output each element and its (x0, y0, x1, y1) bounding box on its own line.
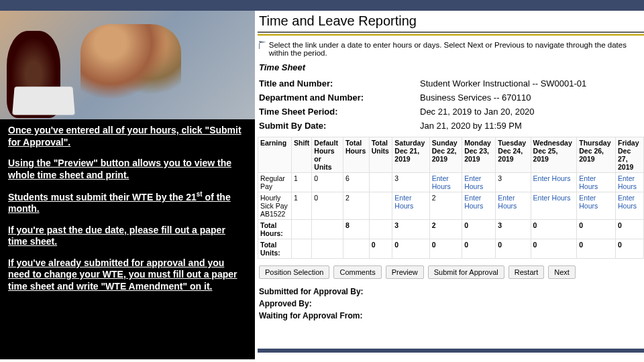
bottom-border (258, 349, 644, 353)
hint-text: Select the link under a date to enter ho… (269, 41, 643, 57)
total-cell: 2 (429, 220, 462, 239)
col-header: Shift (292, 137, 312, 173)
metadata-table: Title and Number:Student Worker Instruct… (258, 76, 633, 133)
meta-submit-value: Jan 21, 2020 by 11:59 PM (419, 119, 633, 133)
cell: 1 (292, 173, 312, 192)
total-label: Total Units: (258, 239, 292, 259)
position-selection-button[interactable]: Position Selection (259, 265, 329, 279)
hours-grid: EarningShiftDefault Hours or UnitsTotal … (258, 137, 644, 259)
enter-hours-link[interactable]: Enter Hours (462, 173, 496, 192)
col-header: Total Units (369, 137, 392, 173)
total-cell: 0 (462, 239, 496, 259)
timesheet-panel: Time and Leave Reporting Select the link… (258, 11, 644, 322)
total-cell: 0 (577, 239, 616, 259)
cell: 3 (496, 173, 531, 192)
enter-hours-link[interactable]: Enter Hours (531, 192, 577, 220)
table-row: Hourly Sick Pay AB1522102Enter Hours2Ent… (258, 192, 644, 220)
enter-hours-link[interactable]: Enter Hours (392, 192, 429, 220)
meta-title-label: Title and Number: (258, 76, 419, 90)
instruction-submit: Once you've entered all of your hours, c… (8, 125, 247, 148)
top-border (0, 0, 644, 11)
cell: 6 (343, 173, 369, 192)
preview-button[interactable]: Preview (386, 265, 424, 279)
cell (312, 220, 343, 239)
submit-for-approval-button[interactable]: Submit for Approval (428, 265, 504, 279)
meta-dept-value: Business Services -- 670110 (419, 90, 633, 105)
status-approved: Approved By: (258, 298, 644, 310)
enter-hours-link[interactable]: Enter Hours (462, 192, 496, 220)
total-cell: 0 (496, 239, 531, 259)
col-header: Wednesday Dec 25, 2019 (531, 137, 577, 173)
total-cell: 0 (615, 239, 643, 259)
table-row: Regular Pay1063Enter HoursEnter Hours3En… (258, 173, 644, 192)
meta-submit-label: Submit By Date: (258, 119, 419, 133)
total-row: Total Hours:83203000 (258, 220, 644, 239)
col-header: Friday Dec 27, 2019 (615, 137, 643, 173)
col-header: Thursday Dec 26, 2019 (577, 137, 616, 173)
instruction-hint: Select the link under a date to enter ho… (258, 36, 644, 61)
status-submitted: Submitted for Approval By: (258, 286, 644, 298)
cell: 2 (343, 192, 369, 220)
total-cell: 0 (531, 239, 577, 259)
timesheet-heading: Time Sheet (258, 61, 644, 76)
instruction-sidebar: Once you've entered all of your hours, c… (0, 11, 255, 359)
col-header: Earning (258, 137, 292, 173)
comments-button[interactable]: Comments (333, 265, 381, 279)
total-cell: 0 (462, 220, 496, 239)
total-cell: 8 (343, 220, 369, 239)
status-waiting: Waiting for Approval From: (258, 310, 644, 322)
col-header: Monday Dec 23, 2019 (462, 137, 496, 173)
flag-icon (259, 41, 266, 49)
cell: 2 (429, 192, 462, 220)
cell (369, 173, 392, 192)
col-header: Sunday Dec 22, 2019 (429, 137, 462, 173)
enter-hours-link[interactable]: Enter Hours (496, 192, 531, 220)
meta-dept-label: Department and Number: (258, 90, 419, 105)
cell: 0 (312, 173, 343, 192)
meta-title-value: Student Worker Instructional -- SW0001-0… (419, 76, 633, 90)
action-buttons: Position SelectionCommentsPreviewSubmit … (259, 265, 643, 279)
total-cell: 0 (615, 220, 643, 239)
cell: 0 (312, 192, 343, 220)
cell (312, 239, 343, 259)
cell: 1 (292, 192, 312, 220)
total-cell (369, 220, 392, 239)
total-cell: 0 (577, 220, 616, 239)
col-header: Saturday Dec 21, 2019 (392, 137, 429, 173)
enter-hours-link[interactable]: Enter Hours (577, 173, 616, 192)
meta-period-label: Time Sheet Period: (258, 105, 419, 119)
total-cell: 3 (392, 220, 429, 239)
cell (369, 192, 392, 220)
total-cell: 0 (392, 239, 429, 259)
next-button[interactable]: Next (548, 265, 576, 279)
col-header: Tuesday Dec 24, 2019 (496, 137, 531, 173)
enter-hours-link[interactable]: Enter Hours (615, 192, 643, 220)
instruction-amendment: If you've already submitted for approval… (8, 257, 247, 293)
enter-hours-link[interactable]: Enter Hours (429, 173, 462, 192)
total-cell: 3 (496, 220, 531, 239)
enter-hours-link[interactable]: Enter Hours (577, 192, 616, 220)
instruction-preview: Using the "Preview" button allows you to… (8, 158, 247, 181)
enter-hours-link[interactable]: Enter Hours (615, 173, 643, 192)
instruction-late: If you're past the due date, please fill… (8, 225, 247, 248)
cell: Regular Pay (258, 173, 292, 192)
total-cell: 0 (429, 239, 462, 259)
total-cell: 0 (369, 239, 392, 259)
total-label: Total Hours: (258, 220, 292, 239)
meta-period-value: Dec 21, 2019 to Jan 20, 2020 (419, 105, 633, 119)
instruction-deadline: Students must submit their WTE by the 21… (8, 190, 247, 215)
total-row: Total Units:00000000 (258, 239, 644, 259)
restart-button[interactable]: Restart (508, 265, 544, 279)
total-cell: 0 (531, 220, 577, 239)
page-title: Time and Leave Reporting (258, 11, 644, 33)
total-cell (343, 239, 369, 259)
cell (292, 220, 312, 239)
cell (292, 239, 312, 259)
col-header: Default Hours or Units (312, 137, 343, 173)
col-header: Total Hours (343, 137, 369, 173)
cell: 3 (392, 173, 429, 192)
cell: Hourly Sick Pay AB1522 (258, 192, 292, 220)
enter-hours-link[interactable]: Enter Hours (531, 173, 577, 192)
photo-people-laptop (0, 11, 255, 119)
